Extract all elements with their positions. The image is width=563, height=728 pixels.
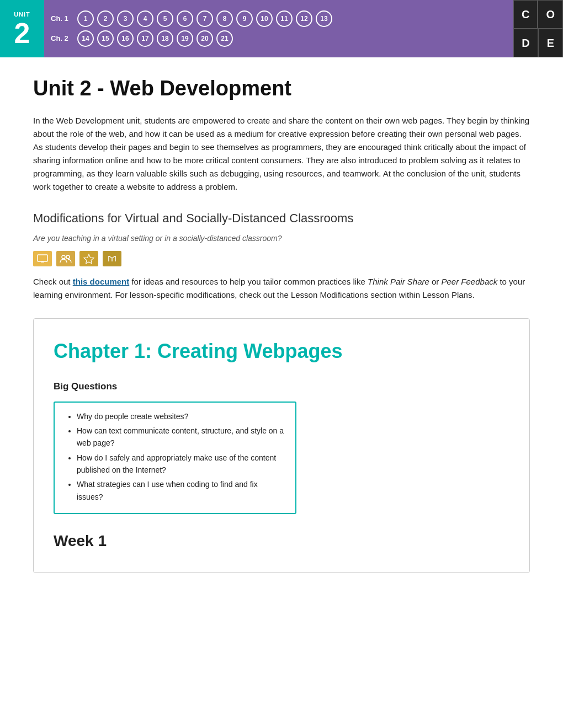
star-icon	[79, 251, 98, 266]
week-title: Week 1	[54, 529, 509, 553]
lesson-7[interactable]: 7	[196, 10, 213, 27]
lesson-20[interactable]: 20	[196, 30, 213, 47]
big-questions-box: Why do people create websites? How can t…	[54, 402, 296, 515]
lesson-21[interactable]: 21	[216, 30, 233, 47]
this-document-link[interactable]: this document	[73, 277, 130, 286]
unit-number: 2	[14, 19, 30, 47]
chapters-area: Ch. 1 1 2 3 4 5 6 7 8 9 10 11 12 13 Ch. …	[44, 0, 513, 57]
unit-badge: UNIT 2	[0, 0, 44, 57]
chapter-box: Chapter 1: Creating Webpages Big Questio…	[33, 318, 530, 573]
svg-line-9	[112, 256, 115, 258]
ch1-label: Ch. 1	[51, 13, 72, 24]
modifications-subtitle: Are you teaching in a virtual setting or…	[33, 233, 530, 244]
extra-icon	[103, 251, 121, 266]
monitor-icon	[33, 251, 52, 266]
svg-point-4	[66, 255, 70, 259]
code-letter-c: C	[513, 0, 538, 29]
big-question-2: How can text communicate content, struct…	[77, 425, 284, 449]
lesson-2[interactable]: 2	[97, 10, 114, 27]
lesson-6[interactable]: 6	[177, 10, 193, 27]
svg-point-3	[62, 255, 65, 259]
people-icon	[56, 251, 75, 266]
intro-text: In the Web Development unit, students ar…	[33, 114, 530, 194]
lesson-11[interactable]: 11	[276, 10, 293, 27]
svg-rect-0	[38, 255, 47, 261]
lesson-9[interactable]: 9	[236, 10, 253, 27]
lesson-16[interactable]: 16	[117, 30, 134, 47]
chapter-2-row: Ch. 2 14 15 16 17 18 19 20 21	[51, 30, 507, 47]
lesson-17[interactable]: 17	[137, 30, 153, 47]
lesson-5[interactable]: 5	[157, 10, 173, 27]
big-question-1: Why do people create websites?	[77, 410, 284, 422]
svg-line-7	[109, 256, 112, 258]
code-letter-d: D	[513, 29, 538, 57]
chapter-1-row: Ch. 1 1 2 3 4 5 6 7 8 9 10 11 12 13	[51, 10, 507, 27]
modifications-title: Modifications for Virtual and Socially-D…	[33, 209, 530, 227]
lesson-13[interactable]: 13	[316, 10, 332, 27]
icon-row	[33, 251, 530, 266]
modifications-text: Check out this document for ideas and re…	[33, 275, 530, 302]
code-letter-e: E	[538, 29, 563, 57]
big-question-4: What strategies can I use when coding to…	[77, 478, 284, 503]
code-letter-o: O	[538, 0, 563, 29]
main-content: Unit 2 - Web Development In the Web Deve…	[11, 57, 552, 612]
lesson-14[interactable]: 14	[77, 30, 94, 47]
code-box: C O D E	[513, 0, 563, 57]
big-questions-list: Why do people create websites? How can t…	[66, 410, 284, 504]
big-questions-title: Big Questions	[54, 379, 509, 394]
chapter-title: Chapter 1: Creating Webpages	[54, 336, 509, 366]
svg-marker-5	[84, 254, 94, 264]
lesson-18[interactable]: 18	[157, 30, 173, 47]
lesson-4[interactable]: 4	[137, 10, 153, 27]
lesson-8[interactable]: 8	[216, 10, 233, 27]
lesson-12[interactable]: 12	[296, 10, 312, 27]
lesson-15[interactable]: 15	[97, 30, 114, 47]
lesson-19[interactable]: 19	[177, 30, 193, 47]
header-bar: UNIT 2 Ch. 1 1 2 3 4 5 6 7 8 9 10 11 12 …	[0, 0, 563, 57]
page-title: Unit 2 - Web Development	[33, 73, 530, 104]
lesson-1[interactable]: 1	[77, 10, 94, 27]
ch2-label: Ch. 2	[51, 33, 72, 44]
lesson-10[interactable]: 10	[256, 10, 273, 27]
lesson-3[interactable]: 3	[117, 10, 134, 27]
big-question-3: How do I safely and appropriately make u…	[77, 452, 284, 477]
